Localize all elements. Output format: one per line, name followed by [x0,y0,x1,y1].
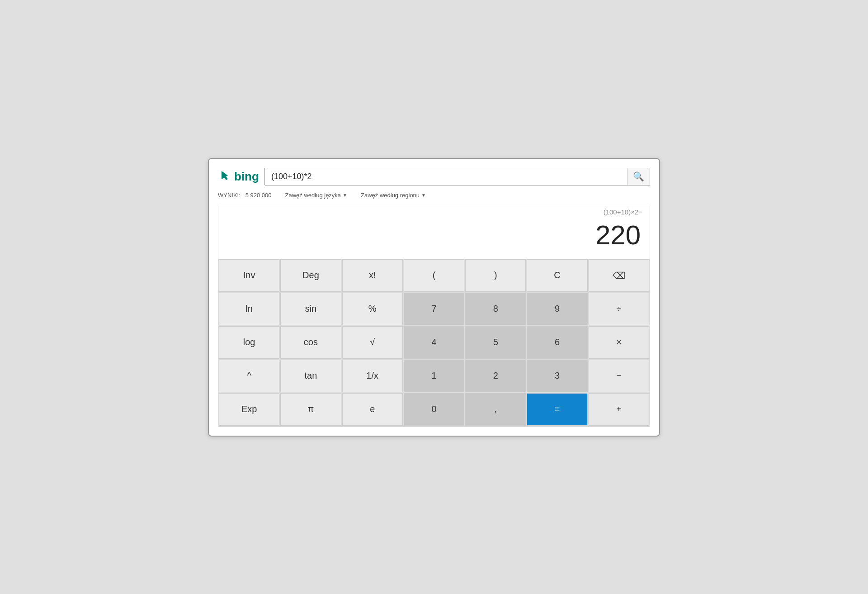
calc-btn-x-[interactable]: x! [342,259,403,292]
calc-btn--[interactable]: ^ [219,360,279,392]
header: bing 🔍 [218,168,650,185]
calc-btn-Exp[interactable]: Exp [219,393,279,426]
calc-btn--[interactable]: % [342,293,403,325]
calc-btn-Deg[interactable]: Deg [280,259,341,292]
calc-btn-sin[interactable]: sin [280,293,341,325]
calc-btn-9[interactable]: 9 [527,293,587,325]
search-input[interactable] [265,168,627,185]
calc-btn--[interactable]: , [465,393,526,426]
calc-btn-e[interactable]: e [342,393,403,426]
calc-btn-4[interactable]: 4 [404,326,464,359]
language-filter[interactable]: Zawęź według języka ▼ [285,192,347,199]
results-count: WYNIKI: 5 920 000 [218,192,272,199]
calc-btn-tan[interactable]: tan [280,360,341,392]
calc-btn-C[interactable]: C [527,259,587,292]
calc-btn--[interactable]: − [589,360,649,392]
language-chevron-icon: ▼ [343,193,347,198]
calc-btn-0[interactable]: 0 [404,393,464,426]
calc-btn--[interactable]: ( [404,259,464,292]
calc-buttons: InvDegx!()C⌫lnsin%789÷logcos√456×^tan1/x… [218,259,650,426]
calc-btn-log[interactable]: log [219,326,279,359]
calc-btn--[interactable]: + [589,393,649,426]
search-bar: 🔍 [264,168,650,185]
calc-btn-cos[interactable]: cos [280,326,341,359]
calc-result: 220 [218,216,650,259]
calc-expression: (100+10)×2= [218,206,650,216]
calc-btn-7[interactable]: 7 [404,293,464,325]
calc-btn-3[interactable]: 3 [527,360,587,392]
calc-btn--[interactable]: ⌫ [589,259,649,292]
calc-btn-6[interactable]: 6 [527,326,587,359]
calc-btn--[interactable]: = [527,393,587,426]
calc-btn--[interactable]: ÷ [589,293,649,325]
calculator: (100+10)×2= 220 InvDegx!()C⌫lnsin%789÷lo… [218,206,650,427]
search-button[interactable]: 🔍 [627,168,650,185]
region-filter[interactable]: Zawęź według regionu ▼ [361,192,426,199]
calc-btn--[interactable]: ) [465,259,526,292]
calc-btn-Inv[interactable]: Inv [219,259,279,292]
calc-btn--[interactable]: × [589,326,649,359]
region-chevron-icon: ▼ [421,193,426,198]
browser-card: bing 🔍 WYNIKI: 5 920 000 Zawęź według ję… [208,158,660,437]
bing-logo-text: bing [234,170,259,184]
filters-bar: WYNIKI: 5 920 000 Zawęź według języka ▼ … [218,192,650,199]
calc-btn-1[interactable]: 1 [404,360,464,392]
calc-btn--[interactable]: π [280,393,341,426]
calc-btn-2[interactable]: 2 [465,360,526,392]
calc-btn-1-x[interactable]: 1/x [342,360,403,392]
calc-btn--[interactable]: √ [342,326,403,359]
bing-logo: bing [218,169,259,184]
calc-btn-5[interactable]: 5 [465,326,526,359]
calc-btn-8[interactable]: 8 [465,293,526,325]
calc-btn-ln[interactable]: ln [219,293,279,325]
